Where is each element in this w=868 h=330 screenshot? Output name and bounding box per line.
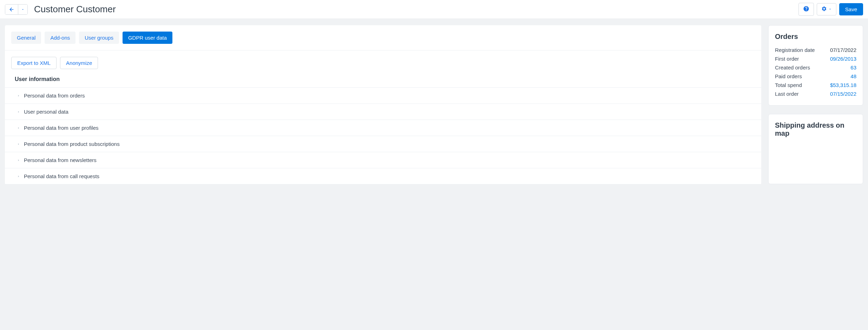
chevron-right-icon <box>17 94 20 97</box>
orders-row-value: 07/17/2022 <box>830 47 856 53</box>
tab-user-groups[interactable]: User groups <box>79 32 119 44</box>
back-dropdown[interactable] <box>18 5 27 14</box>
save-button[interactable]: Save <box>839 3 863 15</box>
orders-row-label: First order <box>775 56 799 62</box>
accordion: Personal data from orders User personal … <box>5 87 761 184</box>
orders-row-label: Total spend <box>775 82 802 88</box>
export-xml-button[interactable]: Export to XML <box>11 57 57 69</box>
orders-row-value-link[interactable]: 07/15/2022 <box>830 91 856 97</box>
caret-down-icon <box>828 7 832 12</box>
page-title: Customer Customer <box>34 4 116 15</box>
topbar-left: Customer Customer <box>5 4 116 15</box>
orders-row-value-link[interactable]: 09/26/2013 <box>830 56 856 62</box>
topbar: Customer Customer Save <box>0 0 868 19</box>
orders-row-total-spend: Total spend $53,315.18 <box>775 81 856 89</box>
chevron-right-icon <box>17 126 20 130</box>
accordion-item[interactable]: Personal data from product subscriptions <box>5 136 761 152</box>
orders-row-label: Created orders <box>775 65 810 70</box>
topbar-right: Save <box>798 3 863 16</box>
tab-gdpr[interactable]: GDPR user data <box>123 32 172 44</box>
accordion-label: Personal data from newsletters <box>24 157 97 163</box>
tabs: General Add-ons User groups GDPR user da… <box>5 32 761 50</box>
back-button[interactable] <box>5 5 18 14</box>
orders-panel-title: Orders <box>775 33 856 41</box>
accordion-label: Personal data from orders <box>24 93 85 99</box>
orders-row-value-link[interactable]: $53,315.18 <box>830 82 856 88</box>
orders-row-label: Registration date <box>775 47 815 53</box>
section-title: User information <box>5 73 761 87</box>
orders-row-value-link[interactable]: 48 <box>850 73 856 79</box>
accordion-label: Personal data from call requests <box>24 173 99 179</box>
orders-row-last-order: Last order 07/15/2022 <box>775 89 856 98</box>
chevron-right-icon <box>17 159 20 162</box>
tab-addons[interactable]: Add-ons <box>45 32 75 44</box>
accordion-item[interactable]: User personal data <box>5 104 761 120</box>
chevron-right-icon <box>17 110 20 114</box>
shipping-map-title: Shipping address on map <box>775 121 856 137</box>
orders-row-first-order: First order 09/26/2013 <box>775 54 856 63</box>
help-icon <box>803 6 809 13</box>
orders-panel: Orders Registration date 07/17/2022 Firs… <box>768 25 863 106</box>
back-button-group <box>5 4 28 15</box>
settings-dropdown[interactable] <box>817 3 836 15</box>
orders-row-paid-orders: Paid orders 48 <box>775 72 856 81</box>
side-column: Orders Registration date 07/17/2022 Firs… <box>768 25 863 184</box>
actions-row: Export to XML Anonymize <box>5 50 761 73</box>
orders-row-created-orders: Created orders 63 <box>775 63 856 72</box>
caret-down-icon <box>21 8 25 11</box>
gear-icon <box>821 6 827 13</box>
arrow-left-icon <box>9 7 14 12</box>
chevron-right-icon <box>17 142 20 146</box>
orders-row-label: Paid orders <box>775 73 802 79</box>
accordion-item[interactable]: Personal data from user profiles <box>5 120 761 136</box>
accordion-label: Personal data from product subscriptions <box>24 141 120 147</box>
main-column: General Add-ons User groups GDPR user da… <box>5 25 761 184</box>
help-button[interactable] <box>798 3 814 16</box>
accordion-label: Personal data from user profiles <box>24 125 99 131</box>
accordion-item[interactable]: Personal data from orders <box>5 88 761 104</box>
accordion-item[interactable]: Personal data from call requests <box>5 168 761 184</box>
orders-row-value-link[interactable]: 63 <box>850 65 856 70</box>
content-wrap: General Add-ons User groups GDPR user da… <box>0 19 868 184</box>
accordion-label: User personal data <box>24 109 68 115</box>
shipping-map-panel: Shipping address on map <box>768 114 863 184</box>
chevron-right-icon <box>17 175 20 178</box>
tab-general[interactable]: General <box>11 32 41 44</box>
accordion-item[interactable]: Personal data from newsletters <box>5 152 761 168</box>
anonymize-button[interactable]: Anonymize <box>60 57 98 69</box>
orders-row-registration: Registration date 07/17/2022 <box>775 46 856 54</box>
orders-row-label: Last order <box>775 91 799 97</box>
